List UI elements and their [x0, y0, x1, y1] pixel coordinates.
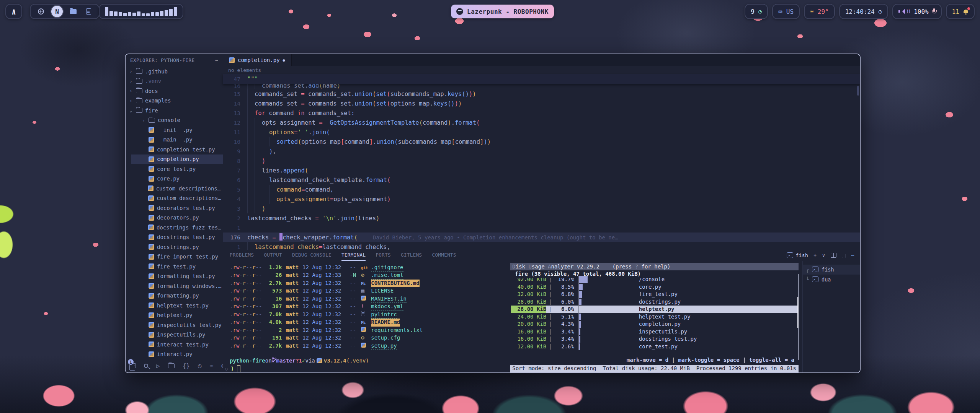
panel-tab-terminal[interactable]: TERMINAL [341, 250, 366, 261]
activity-history-button[interactable]: ◷ [198, 362, 202, 369]
sidebar-item-custom_descriptions_test.py[interactable]: custom_descriptions_test.py [131, 184, 223, 193]
dua-scrollbar[interactable] [797, 297, 799, 328]
dua-row-inspectutils.py[interactable]: 16.00 KiB|3.4%inspectutils.py [511, 328, 797, 336]
activity-more-button[interactable]: ⋯ [210, 362, 214, 369]
sidebar-item-docs[interactable]: ›docs [126, 86, 223, 96]
dua-row-fire_test.py[interactable]: 32.00 KiB|6.8%fire_test.py [511, 291, 797, 298]
panel-tab-debug-console[interactable]: DEBUG CONSOLE [292, 250, 332, 261]
sidebar-item-__init__.py[interactable]: __init__.py [131, 125, 223, 135]
dua-row-completion.py[interactable]: 20.00 KiB|4.3%completion.py [511, 320, 797, 328]
dua-row-docstrings_test.py[interactable]: 16.00 KiB|3.4%docstrings_test.py [511, 335, 797, 343]
explorer-more-button[interactable]: ⋯ [215, 57, 218, 63]
sidebar-item-inspectutils_test.py[interactable]: inspectutils_test.py [131, 320, 223, 330]
notifications-widget[interactable]: 11 [946, 4, 975, 19]
sidebar-item-decorators_test.py[interactable]: decorators_test.py [131, 203, 223, 213]
activity-explorer-button[interactable]: 1 [131, 362, 136, 369]
app-files-icon[interactable] [68, 7, 78, 16]
editor-pane[interactable]: no elements 47""" 16commands_set.add(nam… [223, 66, 860, 372]
panel-tab-comments[interactable]: COMMENTS [432, 250, 456, 261]
code-line[interactable]: 1 [223, 223, 860, 233]
code-line[interactable]: 5command=command, [223, 185, 860, 194]
code-line[interactable]: 176checks = check_wrapper.format(David B… [223, 233, 860, 242]
sidebar-item-formatting_test.py[interactable]: formatting_test.py [131, 272, 223, 281]
dua-row-helptext_test.py[interactable]: 24.00 KiB|5.1%helptext_test.py [511, 313, 797, 321]
panel-more-button[interactable]: ⋯ [851, 252, 854, 258]
keyboard-layout-widget[interactable]: ⌨ US [772, 4, 800, 19]
sidebar-item-core_test.py[interactable]: core_test.py [131, 164, 223, 174]
shell-prompt-input[interactable]: ○) [230, 365, 508, 373]
code-line[interactable]: 11options=' '.join( [223, 127, 860, 137]
code-line[interactable]: 8) [223, 156, 860, 166]
audio-widget[interactable]: )) 100% [892, 4, 942, 19]
weather-widget[interactable]: ☀ 29° [804, 4, 835, 19]
shell-indicator[interactable]: >_fish [787, 252, 808, 258]
sidebar-item-interact.py[interactable]: interact.py [131, 350, 223, 359]
code-line[interactable]: 14commands_set = commands_set.union(set(… [223, 99, 860, 108]
new-terminal-button[interactable]: + [813, 252, 817, 258]
code-line[interactable]: 12opts_assignment = _GetOptsAssignmentTe… [223, 118, 860, 127]
code-line[interactable]: 9), [223, 146, 860, 156]
sidebar-item-fire[interactable]: ⌄fire [126, 106, 223, 115]
code-line[interactable]: 6lastcommand_check_template.format( [223, 175, 860, 185]
panel-tab-ports[interactable]: PORTS [376, 250, 391, 261]
terminal-list-item-fish[interactable]: ┌>_fish [803, 265, 860, 275]
sidebar-item-core.py[interactable]: core.py [131, 174, 223, 184]
code-line[interactable]: 16commands_set.add(name) [223, 84, 860, 89]
dua-row-docstrings.py[interactable]: 28.00 KiB|6.0%docstrings.py [511, 298, 797, 306]
sticky-scroll-line[interactable]: 47""" [223, 74, 860, 84]
sidebar-item-formatting_windows.py[interactable]: formatting_windows.py [131, 281, 223, 291]
sidebar-item-docstrings_test.py[interactable]: docstrings_test.py [131, 233, 223, 242]
activity-search-button[interactable] [144, 362, 148, 369]
sidebar-item-helptext_test.py[interactable]: helptext_test.py [131, 301, 223, 311]
launcher-button[interactable]: ∧ [5, 4, 22, 19]
code-line[interactable]: 15commands_set = commands_set.union(set(… [223, 89, 860, 99]
dua-row-core_test.py[interactable]: 12.00 KiB|2.6%core_test.py [511, 343, 797, 351]
tab-completion-py[interactable]: completion.py ● [223, 54, 292, 66]
sidebar-item-custom_descriptions.py[interactable]: custom_descriptions.py [131, 193, 223, 203]
sidebar-item-completion_test.py[interactable]: completion_test.py [131, 145, 223, 154]
app-notes-icon[interactable]: N [51, 6, 63, 17]
code-line[interactable]: 7lines.append( [223, 166, 860, 175]
sticky-line[interactable]: 47""" [223, 75, 258, 84]
sidebar-item-docstrings_fuzz_test.py[interactable]: docstrings_fuzz_test.py [131, 223, 223, 233]
code-line[interactable]: 2lastcommand_checks = '\n'.join(lines) [223, 213, 860, 223]
sidebar-item-inspectutils.py[interactable]: inspectutils.py [131, 330, 223, 340]
code-line[interactable]: 1lastcommand_checks=lastcommand_checks, [223, 242, 860, 250]
sidebar-item-docstrings.py[interactable]: docstrings.py [131, 242, 223, 252]
activity-run-debug-button[interactable]: ▷ [156, 362, 160, 369]
sidebar-item-helptext.py[interactable]: helptext.py [131, 311, 223, 320]
terminal-dropdown-button[interactable]: ∨ [822, 252, 825, 258]
sidebar-item-decorators.py[interactable]: decorators.py [131, 213, 223, 223]
terminal-list-item-dua[interactable]: └>_dua [803, 275, 860, 285]
clock-widget[interactable]: 12:40:24 ◷ [839, 4, 888, 19]
split-terminal-button[interactable] [831, 253, 836, 258]
sidebar-item-fire_test.py[interactable]: fire_test.py [131, 262, 223, 272]
activity-extensions-button[interactable]: {} [183, 362, 190, 369]
code-line[interactable]: 3) [223, 204, 860, 213]
dua-row-helptext.py[interactable]: 28.00 KiB|6.0%helptext.py [511, 306, 797, 313]
sidebar-item-formatting.py[interactable]: formatting.py [131, 291, 223, 301]
sidebar-item-__main__.py[interactable]: __main__.py [131, 135, 223, 145]
app-browser-icon[interactable] [36, 7, 46, 16]
terminal-output[interactable]: .rw-r--r--1.2kmatt12 Aug 12:32--git.giti… [223, 261, 508, 373]
code-line[interactable]: 13for command in commands_set: [223, 108, 860, 118]
dua-disk-usage[interactable]: Disk Usage Analyzer v2.29.2 (press ? for… [508, 261, 802, 373]
sidebar-item-.venv[interactable]: ›.venv [126, 76, 223, 86]
panel-tab-output[interactable]: OUTPUT [264, 250, 282, 261]
panel-tab-gitlens[interactable]: GITLENS [401, 250, 422, 261]
updates-widget[interactable]: 9 ◔ [745, 4, 768, 19]
now-playing-widget[interactable]: Lazerpunk - ROBOPHONK [451, 5, 554, 18]
activity-source-control-button[interactable] [168, 362, 175, 369]
code-line[interactable]: 10sorted(options_map[command].union(subc… [223, 137, 860, 146]
code-line[interactable]: 4opts_assignment=opts_assignment) [223, 194, 860, 204]
breadcrumb[interactable]: no elements [223, 66, 860, 74]
sidebar-item-console[interactable]: ›console [131, 115, 223, 125]
panel-tab-problems[interactable]: PROBLEMS [230, 250, 254, 261]
sidebar-item-interact_test.py[interactable]: interact_test.py [131, 340, 223, 350]
code-area[interactable]: 16commands_set.add(name)15commands_set =… [223, 84, 860, 250]
dua-row-core.py[interactable]: 40.00 KiB|8.5%core.py [511, 283, 797, 291]
sidebar-item-completion.py[interactable]: completion.py [131, 154, 223, 164]
sidebar-item-examples[interactable]: ›examples [126, 96, 223, 106]
sidebar-item-.github[interactable]: ›.github [126, 67, 223, 76]
sidebar-item-fire_import_test.py[interactable]: fire_import_test.py [131, 252, 223, 262]
